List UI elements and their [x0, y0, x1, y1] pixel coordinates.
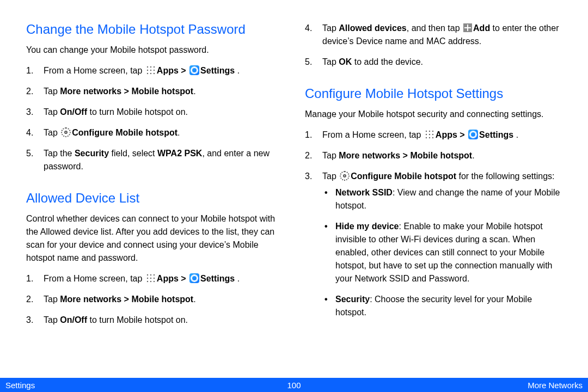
- text: .: [237, 274, 240, 283]
- text: .: [237, 66, 240, 75]
- text: Tap: [44, 315, 60, 324]
- text: From a Home screen, tap: [322, 130, 424, 139]
- gear-icon: [61, 127, 71, 137]
- heading-configure-settings: Configure Mobile Hotspot Settings: [305, 86, 562, 101]
- label: More networks > Mobile hotspot: [60, 87, 193, 96]
- text: to turn Mobile hotspot on.: [87, 107, 188, 117]
- intro-allowed-device-list: Control whether devices can connect to y…: [26, 212, 283, 265]
- label: Configure Mobile hotspot: [351, 171, 456, 181]
- gear-icon: [340, 171, 350, 181]
- step: Tap Configure Mobile hotspot.: [26, 126, 283, 139]
- step: Tap On/Off to turn Mobile hotspot on.: [26, 106, 283, 119]
- text: Tap: [44, 295, 60, 304]
- step: Tap the Security field, select WPA2 PSK,…: [26, 147, 283, 173]
- intro-change-password: You can change your Mobile hotspot passw…: [26, 44, 283, 57]
- label: Add: [473, 23, 490, 33]
- text: From a Home screen, tap: [44, 274, 145, 283]
- step: Tap More networks > Mobile hotspot.: [26, 85, 283, 98]
- text: Tap: [44, 128, 60, 137]
- step: Tap OK to add the device.: [305, 56, 562, 69]
- text: .: [193, 87, 195, 96]
- label-apps: Apps >: [157, 66, 188, 75]
- footer-left: Settings: [5, 381, 35, 390]
- label-settings: Settings: [200, 274, 237, 283]
- text: Tap: [44, 87, 60, 96]
- text: for the following settings:: [456, 171, 555, 181]
- settings-icon: [189, 273, 199, 283]
- label-apps: Apps >: [157, 274, 188, 283]
- step: Tap On/Off to turn Mobile hotspot on.: [26, 314, 283, 327]
- text: , and then tap: [407, 23, 462, 33]
- label: On/Off: [60, 107, 87, 117]
- label: WPA2 PSK: [157, 149, 202, 158]
- intro-configure-settings: Manage your Mobile hotspot security and …: [305, 108, 562, 121]
- settings-bullets: Network SSID: View and change the name o…: [322, 186, 562, 319]
- manual-page: Change the Mobile Hotspot Password You c…: [0, 0, 588, 392]
- label: OK: [339, 57, 352, 66]
- left-column: Change the Mobile Hotspot Password You c…: [26, 22, 283, 370]
- apps-icon: [146, 273, 156, 283]
- text: to add the device.: [352, 57, 423, 66]
- plus-icon: [463, 23, 472, 32]
- step: From a Home screen, tap Apps > Settings …: [26, 64, 283, 77]
- step: From a Home screen, tap Apps > Settings …: [26, 272, 283, 285]
- text: Tap: [322, 171, 339, 181]
- label: Configure Mobile hotspot: [72, 128, 177, 137]
- footer-page-number: 100: [287, 381, 301, 390]
- text: .: [177, 128, 180, 137]
- steps-configure-settings: From a Home screen, tap Apps > Settings …: [305, 128, 562, 319]
- steps-allowed-device-list-continued: Tap Allowed devices, and then tap Add to…: [305, 22, 562, 69]
- footer-right: More Networks: [528, 381, 583, 390]
- label-settings: Settings: [479, 130, 516, 139]
- text: Tap the: [44, 149, 75, 158]
- step: Tap Allowed devices, and then tap Add to…: [305, 22, 562, 48]
- label-settings: Settings: [200, 66, 237, 75]
- label: Security: [335, 295, 370, 304]
- step: From a Home screen, tap Apps > Settings …: [305, 128, 562, 142]
- text: .: [516, 130, 518, 139]
- label: On/Off: [60, 315, 87, 324]
- bullet: Security: Choose the security level for …: [322, 293, 562, 319]
- apps-icon: [425, 130, 434, 139]
- label: Network SSID: [335, 188, 393, 197]
- settings-icon: [468, 130, 478, 139]
- steps-change-password: From a Home screen, tap Apps > Settings …: [26, 64, 283, 173]
- label: More networks > Mobile hotspot: [339, 151, 472, 160]
- label: Allowed devices: [339, 23, 407, 33]
- label-apps: Apps >: [436, 130, 467, 139]
- two-column-layout: Change the Mobile Hotspot Password You c…: [26, 22, 562, 370]
- heading-allowed-device-list: Allowed Device List: [26, 191, 283, 206]
- step: Tap Configure Mobile hotspot for the fol…: [305, 170, 562, 319]
- label: Security: [75, 149, 109, 158]
- text: Tap: [44, 107, 60, 117]
- page-footer: Settings 100 More Networks: [0, 378, 588, 392]
- step: Tap More networks > Mobile hotspot.: [305, 149, 562, 162]
- text: to turn Mobile hotspot on.: [87, 315, 188, 324]
- text: field, select: [109, 149, 157, 158]
- text: Tap: [322, 57, 339, 66]
- steps-allowed-device-list: From a Home screen, tap Apps > Settings …: [26, 272, 283, 327]
- step: Tap More networks > Mobile hotspot.: [26, 293, 283, 306]
- label: More networks > Mobile hotspot: [60, 295, 193, 304]
- apps-icon: [146, 65, 156, 75]
- label: Hide my device: [335, 222, 399, 231]
- text: Tap: [322, 23, 339, 33]
- heading-change-password: Change the Mobile Hotspot Password: [26, 22, 283, 37]
- text: .: [193, 295, 195, 304]
- bullet: Hide my device: Enable to make your Mobi…: [322, 220, 562, 285]
- bullet: Network SSID: View and change the name o…: [322, 186, 562, 212]
- text: Tap: [322, 151, 339, 160]
- settings-icon: [189, 65, 199, 75]
- text: .: [472, 151, 474, 160]
- text: From a Home screen, tap: [44, 66, 145, 75]
- right-column: Tap Allowed devices, and then tap Add to…: [305, 22, 562, 370]
